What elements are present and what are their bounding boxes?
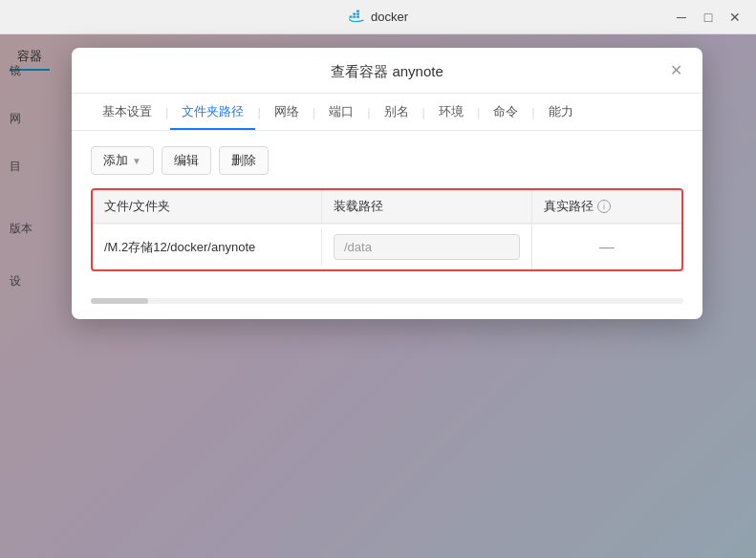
table-header: 文件/文件夹 装载路径 真实路径 i xyxy=(93,190,681,224)
window-close-button[interactable]: ✕ xyxy=(725,8,745,27)
delete-label: 删除 xyxy=(231,152,256,169)
dialog: 查看容器 anynote ✕ 基本设置 | 文件夹路径 | 网络 | 端口 | … xyxy=(72,48,702,319)
tab-sep-4: | xyxy=(365,105,372,119)
table-row: /M.2存储12/docker/anynote — xyxy=(93,224,681,269)
svg-rect-3 xyxy=(353,12,356,14)
cell-real-path: — xyxy=(532,229,681,266)
window-controls: ─ □ ✕ xyxy=(672,8,745,27)
mount-path-input[interactable] xyxy=(334,234,520,260)
dialog-tabs: 基本设置 | 文件夹路径 | 网络 | 端口 | 别名 | 环境 | 命令 | … xyxy=(72,94,702,131)
minimize-button[interactable]: ─ xyxy=(672,8,691,27)
info-icon[interactable]: i xyxy=(597,200,611,213)
scrollbar-thumb xyxy=(91,298,148,304)
toolbar: 添加 ▼ 编辑 删除 xyxy=(91,146,683,175)
svg-rect-1 xyxy=(353,15,356,17)
dialog-close-button[interactable]: ✕ xyxy=(664,59,687,82)
delete-button[interactable]: 删除 xyxy=(219,146,269,175)
svg-rect-0 xyxy=(349,15,352,17)
tab-sep-3: | xyxy=(311,105,317,119)
tab-basic-settings[interactable]: 基本设置 xyxy=(91,94,163,130)
col-real-path: 真实路径 i xyxy=(532,190,681,223)
tab-alias[interactable]: 别名 xyxy=(373,94,421,130)
tab-sep-2: | xyxy=(255,105,262,119)
tab-capability[interactable]: 能力 xyxy=(537,94,585,130)
volume-table: 文件/文件夹 装载路径 真实路径 i /M.2存储12/docker/anyno… xyxy=(91,188,683,271)
docker-icon xyxy=(348,9,365,26)
edit-label: 编辑 xyxy=(174,152,199,169)
tab-sep-6: | xyxy=(475,105,482,119)
scrollbar-track[interactable] xyxy=(91,298,683,304)
cell-file-path: /M.2存储12/docker/anynote xyxy=(93,229,322,266)
edit-button[interactable]: 编辑 xyxy=(162,146,211,175)
tab-network[interactable]: 网络 xyxy=(263,94,311,130)
svg-rect-2 xyxy=(356,15,359,17)
titlebar: docker ─ □ ✕ xyxy=(0,0,756,34)
svg-rect-4 xyxy=(356,12,359,14)
cell-mount-path xyxy=(322,225,532,269)
dialog-footer xyxy=(72,290,702,319)
dialog-header: 查看容器 anynote ✕ xyxy=(72,48,702,94)
dialog-body: 添加 ▼ 编辑 删除 文件/文件夹 装载路径 真实路径 i xyxy=(72,131,702,290)
dialog-title: 查看容器 anynote xyxy=(331,63,443,81)
svg-rect-5 xyxy=(356,10,359,11)
maximize-button[interactable]: □ xyxy=(699,8,718,27)
dropdown-arrow-icon: ▼ xyxy=(132,156,141,166)
add-label: 添加 xyxy=(103,152,128,169)
tab-env[interactable]: 环境 xyxy=(427,94,475,130)
tab-port[interactable]: 端口 xyxy=(317,94,365,130)
app-title: docker xyxy=(371,10,408,24)
tab-folder-path[interactable]: 文件夹路径 xyxy=(170,94,255,130)
add-button[interactable]: 添加 ▼ xyxy=(91,146,154,175)
tab-command[interactable]: 命令 xyxy=(482,94,529,130)
tab-sep-1: | xyxy=(163,105,170,119)
tab-sep-5: | xyxy=(421,105,427,119)
tab-sep-7: | xyxy=(529,105,536,119)
col-file-path: 文件/文件夹 xyxy=(93,190,322,223)
titlebar-title: docker xyxy=(348,9,408,26)
col-mount-path: 装载路径 xyxy=(322,190,532,223)
